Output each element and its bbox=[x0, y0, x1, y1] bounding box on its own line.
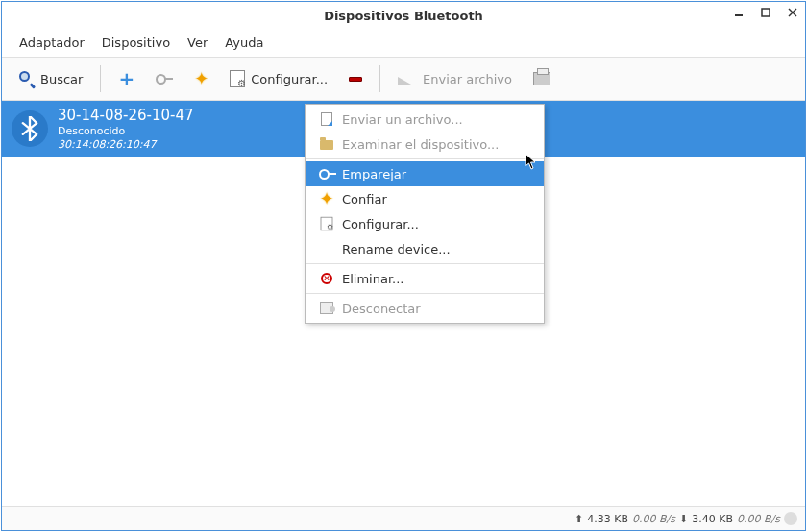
separator bbox=[306, 293, 544, 294]
context-trust[interactable]: ✦ Confiar bbox=[306, 186, 544, 211]
plus-icon: + bbox=[118, 69, 134, 88]
send-icon bbox=[398, 73, 417, 85]
context-sendfile-label: Enviar un archivo... bbox=[342, 112, 463, 127]
search-button[interactable]: Buscar bbox=[10, 65, 92, 92]
separator bbox=[306, 263, 544, 264]
download-icon: ⬇ bbox=[679, 513, 688, 525]
remove-toolbar-button[interactable] bbox=[339, 71, 372, 87]
device-name: 30-14-08-26-10-47 bbox=[58, 107, 194, 125]
device-list: 30-14-08-26-10-47 Desconocido 30:14:08:2… bbox=[2, 101, 805, 507]
configure-button[interactable]: Configurar... bbox=[220, 64, 337, 93]
blank-icon bbox=[319, 241, 334, 256]
configure-icon bbox=[230, 70, 245, 87]
star-icon: ✦ bbox=[319, 191, 334, 206]
file-icon bbox=[319, 111, 334, 127]
pair-toolbar-button[interactable] bbox=[146, 68, 183, 89]
notification-icon[interactable] bbox=[784, 512, 797, 525]
separator bbox=[100, 65, 101, 92]
context-browse-label: Examinar el dispositivo... bbox=[342, 137, 499, 152]
window-title: Dispositivos Bluetooth bbox=[324, 9, 483, 23]
context-browse[interactable]: Examinar el dispositivo... bbox=[306, 132, 544, 157]
download-rate: 0.00 B/s bbox=[737, 513, 780, 525]
remove-icon: ✕ bbox=[319, 271, 334, 286]
sendfile-label: Enviar archivo bbox=[423, 72, 512, 86]
titlebar: Dispositivos Bluetooth bbox=[2, 2, 805, 29]
bluetooth-window: Dispositivos Bluetooth Adaptador Disposi… bbox=[1, 1, 806, 531]
add-button[interactable]: + bbox=[109, 63, 144, 94]
folder-icon bbox=[319, 136, 334, 152]
search-icon bbox=[19, 71, 35, 86]
context-setup[interactable]: Configurar... bbox=[306, 211, 544, 236]
svg-rect-1 bbox=[762, 9, 770, 16]
bluetooth-icon bbox=[12, 110, 48, 147]
sendfile-button[interactable]: Enviar archivo bbox=[388, 66, 522, 92]
search-label: Buscar bbox=[40, 72, 83, 86]
menubar: Adaptador Dispositivo Ver Ayuda bbox=[2, 29, 805, 57]
separator bbox=[306, 158, 544, 159]
minus-icon bbox=[349, 77, 362, 82]
context-sendfile[interactable]: Enviar un archivo... bbox=[306, 107, 544, 132]
upload-icon: ⬆ bbox=[575, 513, 583, 525]
statusbar: ⬆ 4.33 KB 0.00 B/s ⬇ 3.40 KB 0.00 B/s bbox=[2, 507, 805, 530]
device-mac: 30:14:08:26:10:47 bbox=[58, 138, 194, 152]
printer-icon bbox=[533, 72, 550, 85]
upload-rate: 0.00 B/s bbox=[632, 513, 675, 525]
separator bbox=[379, 65, 380, 92]
menu-device[interactable]: Dispositivo bbox=[94, 33, 178, 53]
context-rename[interactable]: Rename device... bbox=[306, 236, 544, 261]
context-disconnect-label: Desconectar bbox=[342, 302, 421, 316]
key-icon bbox=[156, 74, 173, 84]
toolbar: Buscar + ✦ Configurar... Enviar archivo bbox=[2, 57, 805, 101]
upload-total: 4.33 KB bbox=[587, 513, 628, 525]
context-menu: Enviar un archivo... Examinar el disposi… bbox=[305, 104, 545, 324]
menu-view[interactable]: Ver bbox=[180, 33, 215, 53]
trust-toolbar-button[interactable]: ✦ bbox=[184, 64, 218, 93]
maximize-button[interactable] bbox=[759, 6, 772, 19]
configure-icon bbox=[319, 216, 334, 231]
context-disconnect[interactable]: Desconectar bbox=[306, 296, 544, 321]
menu-help[interactable]: Ayuda bbox=[217, 33, 271, 53]
context-setup-label: Configurar... bbox=[342, 217, 419, 231]
context-remove-label: Eliminar... bbox=[342, 272, 404, 286]
disconnect-icon bbox=[319, 301, 334, 316]
context-trust-label: Confiar bbox=[342, 192, 387, 206]
star-icon: ✦ bbox=[194, 70, 208, 87]
context-pair[interactable]: Emparejar bbox=[306, 161, 544, 186]
context-rename-label: Rename device... bbox=[342, 242, 451, 256]
download-total: 3.40 KB bbox=[692, 513, 733, 525]
device-subtitle: Desconocido bbox=[58, 125, 194, 138]
close-button[interactable] bbox=[786, 6, 799, 19]
print-button[interactable] bbox=[524, 66, 560, 91]
minimize-button[interactable] bbox=[732, 6, 746, 19]
configure-label: Configurar... bbox=[251, 72, 328, 86]
key-icon bbox=[319, 166, 334, 181]
menu-adapter[interactable]: Adaptador bbox=[12, 33, 92, 53]
context-pair-label: Emparejar bbox=[342, 167, 406, 181]
svg-rect-0 bbox=[735, 14, 743, 16]
context-remove[interactable]: ✕ Eliminar... bbox=[306, 266, 544, 291]
